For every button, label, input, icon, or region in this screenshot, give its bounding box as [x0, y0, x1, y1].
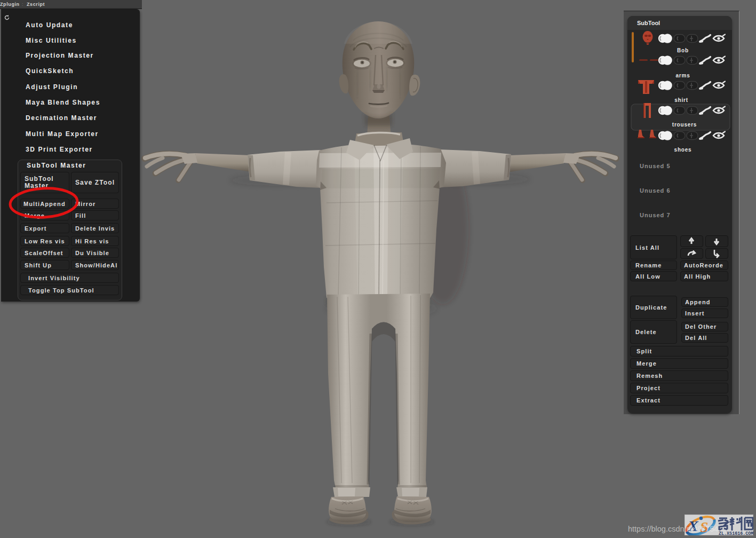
svg-text:ZL.XS1616.COM: ZL.XS1616.COM: [719, 531, 753, 536]
